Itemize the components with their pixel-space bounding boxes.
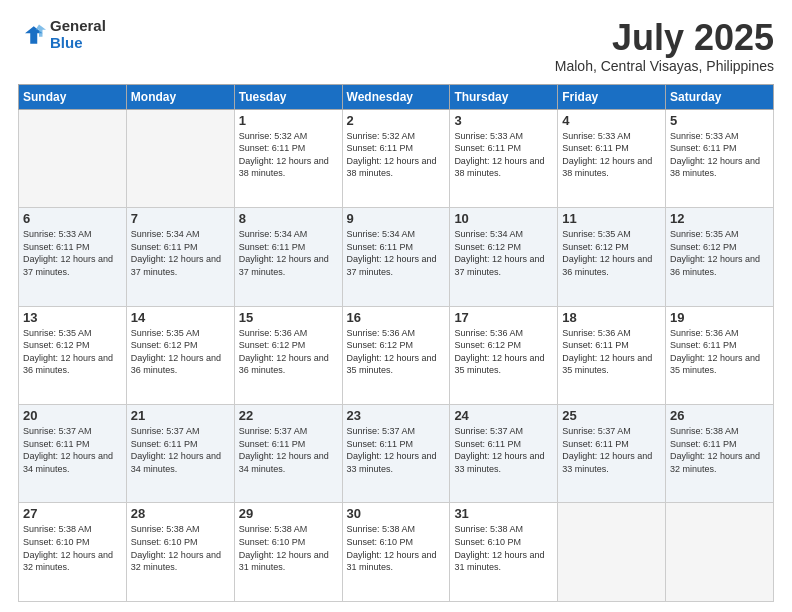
calendar-cell	[19, 109, 127, 207]
day-number: 14	[131, 310, 230, 325]
calendar-cell: 8Sunrise: 5:34 AM Sunset: 6:11 PM Daylig…	[234, 208, 342, 306]
day-number: 26	[670, 408, 769, 423]
calendar-cell: 4Sunrise: 5:33 AM Sunset: 6:11 PM Daylig…	[558, 109, 666, 207]
calendar-cell: 30Sunrise: 5:38 AM Sunset: 6:10 PM Dayli…	[342, 503, 450, 602]
logo-icon	[18, 21, 46, 49]
calendar-cell: 17Sunrise: 5:36 AM Sunset: 6:12 PM Dayli…	[450, 306, 558, 404]
day-info: Sunrise: 5:33 AM Sunset: 6:11 PM Dayligh…	[454, 130, 553, 180]
day-number: 6	[23, 211, 122, 226]
calendar-cell	[126, 109, 234, 207]
day-info: Sunrise: 5:32 AM Sunset: 6:11 PM Dayligh…	[239, 130, 338, 180]
calendar-cell: 18Sunrise: 5:36 AM Sunset: 6:11 PM Dayli…	[558, 306, 666, 404]
calendar-cell: 20Sunrise: 5:37 AM Sunset: 6:11 PM Dayli…	[19, 405, 127, 503]
day-info: Sunrise: 5:36 AM Sunset: 6:12 PM Dayligh…	[347, 327, 446, 377]
day-info: Sunrise: 5:34 AM Sunset: 6:11 PM Dayligh…	[347, 228, 446, 278]
calendar-cell: 2Sunrise: 5:32 AM Sunset: 6:11 PM Daylig…	[342, 109, 450, 207]
day-number: 17	[454, 310, 553, 325]
calendar-cell: 27Sunrise: 5:38 AM Sunset: 6:10 PM Dayli…	[19, 503, 127, 602]
calendar-cell: 1Sunrise: 5:32 AM Sunset: 6:11 PM Daylig…	[234, 109, 342, 207]
day-number: 30	[347, 506, 446, 521]
day-number: 22	[239, 408, 338, 423]
day-info: Sunrise: 5:37 AM Sunset: 6:11 PM Dayligh…	[239, 425, 338, 475]
main-title: July 2025	[555, 18, 774, 58]
subtitle: Maloh, Central Visayas, Philippines	[555, 58, 774, 74]
day-number: 5	[670, 113, 769, 128]
day-info: Sunrise: 5:33 AM Sunset: 6:11 PM Dayligh…	[562, 130, 661, 180]
day-number: 7	[131, 211, 230, 226]
day-number: 25	[562, 408, 661, 423]
day-info: Sunrise: 5:36 AM Sunset: 6:12 PM Dayligh…	[239, 327, 338, 377]
calendar-cell: 5Sunrise: 5:33 AM Sunset: 6:11 PM Daylig…	[666, 109, 774, 207]
day-info: Sunrise: 5:37 AM Sunset: 6:11 PM Dayligh…	[23, 425, 122, 475]
day-info: Sunrise: 5:37 AM Sunset: 6:11 PM Dayligh…	[347, 425, 446, 475]
day-info: Sunrise: 5:34 AM Sunset: 6:12 PM Dayligh…	[454, 228, 553, 278]
calendar-header-friday: Friday	[558, 84, 666, 109]
calendar-cell: 13Sunrise: 5:35 AM Sunset: 6:12 PM Dayli…	[19, 306, 127, 404]
day-info: Sunrise: 5:36 AM Sunset: 6:11 PM Dayligh…	[670, 327, 769, 377]
calendar-week-1: 1Sunrise: 5:32 AM Sunset: 6:11 PM Daylig…	[19, 109, 774, 207]
calendar-header-wednesday: Wednesday	[342, 84, 450, 109]
day-info: Sunrise: 5:38 AM Sunset: 6:10 PM Dayligh…	[131, 523, 230, 573]
day-number: 24	[454, 408, 553, 423]
calendar-cell: 3Sunrise: 5:33 AM Sunset: 6:11 PM Daylig…	[450, 109, 558, 207]
title-block: July 2025 Maloh, Central Visayas, Philip…	[555, 18, 774, 74]
calendar-cell: 15Sunrise: 5:36 AM Sunset: 6:12 PM Dayli…	[234, 306, 342, 404]
day-number: 1	[239, 113, 338, 128]
day-number: 8	[239, 211, 338, 226]
calendar-cell: 23Sunrise: 5:37 AM Sunset: 6:11 PM Dayli…	[342, 405, 450, 503]
day-info: Sunrise: 5:36 AM Sunset: 6:11 PM Dayligh…	[562, 327, 661, 377]
day-number: 21	[131, 408, 230, 423]
day-info: Sunrise: 5:38 AM Sunset: 6:10 PM Dayligh…	[239, 523, 338, 573]
calendar-header-monday: Monday	[126, 84, 234, 109]
day-info: Sunrise: 5:32 AM Sunset: 6:11 PM Dayligh…	[347, 130, 446, 180]
day-info: Sunrise: 5:38 AM Sunset: 6:10 PM Dayligh…	[347, 523, 446, 573]
calendar-header-sunday: Sunday	[19, 84, 127, 109]
day-info: Sunrise: 5:38 AM Sunset: 6:11 PM Dayligh…	[670, 425, 769, 475]
calendar-cell: 9Sunrise: 5:34 AM Sunset: 6:11 PM Daylig…	[342, 208, 450, 306]
logo: General Blue	[18, 18, 106, 51]
day-number: 4	[562, 113, 661, 128]
calendar-cell: 14Sunrise: 5:35 AM Sunset: 6:12 PM Dayli…	[126, 306, 234, 404]
calendar-header-thursday: Thursday	[450, 84, 558, 109]
day-info: Sunrise: 5:37 AM Sunset: 6:11 PM Dayligh…	[454, 425, 553, 475]
calendar-cell: 29Sunrise: 5:38 AM Sunset: 6:10 PM Dayli…	[234, 503, 342, 602]
calendar-header-row: SundayMondayTuesdayWednesdayThursdayFrid…	[19, 84, 774, 109]
calendar-cell: 10Sunrise: 5:34 AM Sunset: 6:12 PM Dayli…	[450, 208, 558, 306]
calendar-week-2: 6Sunrise: 5:33 AM Sunset: 6:11 PM Daylig…	[19, 208, 774, 306]
day-info: Sunrise: 5:33 AM Sunset: 6:11 PM Dayligh…	[23, 228, 122, 278]
calendar-cell: 16Sunrise: 5:36 AM Sunset: 6:12 PM Dayli…	[342, 306, 450, 404]
calendar-week-4: 20Sunrise: 5:37 AM Sunset: 6:11 PM Dayli…	[19, 405, 774, 503]
logo-text: General Blue	[50, 18, 106, 51]
day-number: 2	[347, 113, 446, 128]
calendar-cell: 31Sunrise: 5:38 AM Sunset: 6:10 PM Dayli…	[450, 503, 558, 602]
calendar-header-saturday: Saturday	[666, 84, 774, 109]
day-info: Sunrise: 5:33 AM Sunset: 6:11 PM Dayligh…	[670, 130, 769, 180]
logo-general-text: General	[50, 18, 106, 35]
day-number: 27	[23, 506, 122, 521]
calendar-cell: 12Sunrise: 5:35 AM Sunset: 6:12 PM Dayli…	[666, 208, 774, 306]
calendar-header-tuesday: Tuesday	[234, 84, 342, 109]
day-number: 31	[454, 506, 553, 521]
day-info: Sunrise: 5:37 AM Sunset: 6:11 PM Dayligh…	[131, 425, 230, 475]
calendar-cell: 25Sunrise: 5:37 AM Sunset: 6:11 PM Dayli…	[558, 405, 666, 503]
calendar-cell: 26Sunrise: 5:38 AM Sunset: 6:11 PM Dayli…	[666, 405, 774, 503]
day-number: 28	[131, 506, 230, 521]
calendar-cell	[558, 503, 666, 602]
day-number: 20	[23, 408, 122, 423]
calendar-cell: 6Sunrise: 5:33 AM Sunset: 6:11 PM Daylig…	[19, 208, 127, 306]
calendar-cell: 11Sunrise: 5:35 AM Sunset: 6:12 PM Dayli…	[558, 208, 666, 306]
day-number: 12	[670, 211, 769, 226]
calendar-cell: 19Sunrise: 5:36 AM Sunset: 6:11 PM Dayli…	[666, 306, 774, 404]
day-number: 13	[23, 310, 122, 325]
day-info: Sunrise: 5:34 AM Sunset: 6:11 PM Dayligh…	[131, 228, 230, 278]
day-info: Sunrise: 5:34 AM Sunset: 6:11 PM Dayligh…	[239, 228, 338, 278]
day-number: 3	[454, 113, 553, 128]
calendar-week-3: 13Sunrise: 5:35 AM Sunset: 6:12 PM Dayli…	[19, 306, 774, 404]
calendar-cell	[666, 503, 774, 602]
day-number: 16	[347, 310, 446, 325]
day-info: Sunrise: 5:38 AM Sunset: 6:10 PM Dayligh…	[23, 523, 122, 573]
header: General Blue July 2025 Maloh, Central Vi…	[18, 18, 774, 74]
calendar-cell: 21Sunrise: 5:37 AM Sunset: 6:11 PM Dayli…	[126, 405, 234, 503]
calendar-cell: 24Sunrise: 5:37 AM Sunset: 6:11 PM Dayli…	[450, 405, 558, 503]
calendar-cell: 7Sunrise: 5:34 AM Sunset: 6:11 PM Daylig…	[126, 208, 234, 306]
